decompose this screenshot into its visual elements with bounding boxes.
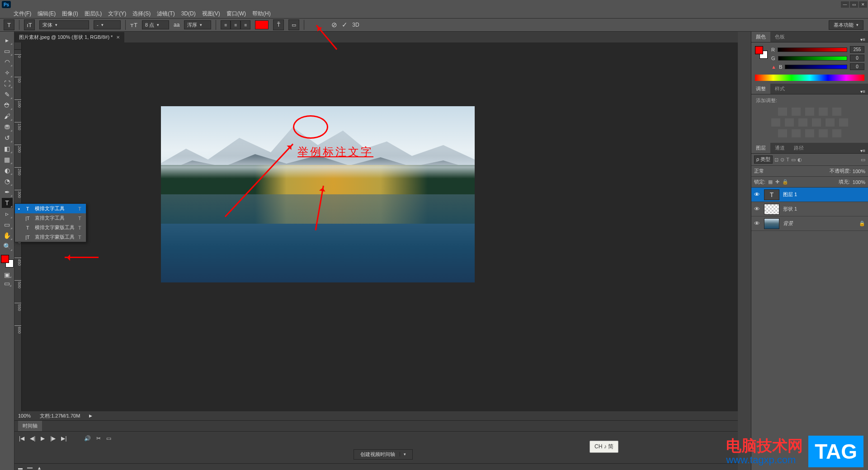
adj-posterize-icon[interactable] xyxy=(792,129,801,137)
adj-curves-icon[interactable] xyxy=(805,108,814,116)
timeline-transition-icon[interactable]: ▭ xyxy=(106,435,111,442)
timeline-first-frame-icon[interactable]: |◀ xyxy=(19,435,24,442)
layer-filter-kind[interactable]: ρ 类型 xyxy=(754,155,773,164)
marquee-tool-icon[interactable]: ▭ xyxy=(2,46,13,56)
timeline-tab[interactable]: 时间轴 xyxy=(18,421,42,431)
b-value[interactable]: 0 xyxy=(850,63,864,70)
foreground-color-swatch[interactable] xyxy=(1,255,9,263)
antialias-select[interactable]: 浑厚 xyxy=(184,20,211,29)
adj-invert-icon[interactable] xyxy=(778,129,787,137)
adj-gradient-map-icon[interactable] xyxy=(819,129,828,137)
lasso-tool-icon[interactable]: ◠ xyxy=(2,57,13,67)
dodge-tool-icon[interactable]: ◔ xyxy=(2,176,13,186)
align-right-button[interactable]: ≡ xyxy=(241,20,250,29)
tab-styles[interactable]: 样式 xyxy=(770,84,789,94)
lock-pixels-icon[interactable]: ▦ xyxy=(768,179,773,185)
warp-text-button[interactable]: T̃ xyxy=(273,19,284,30)
create-video-timeline-button[interactable]: 创建视频时间轴 xyxy=(354,449,413,460)
flyout-horizontal-type[interactable]: •T 横排文字工具 T xyxy=(15,204,86,213)
timeline-prev-frame-icon[interactable]: ◀| xyxy=(30,435,35,442)
layer-thumbnail[interactable]: T xyxy=(764,189,779,200)
layer-thumbnail[interactable] xyxy=(764,218,779,229)
adj-photo-filter-icon[interactable] xyxy=(812,118,821,127)
magic-wand-tool-icon[interactable]: ✧ xyxy=(2,68,13,78)
zoom-tool-icon[interactable]: 🔍 xyxy=(2,241,13,251)
workspace-switcher[interactable]: 基本功能 xyxy=(829,20,863,30)
g-value[interactable]: 0 xyxy=(850,55,864,61)
cancel-text-button[interactable]: ⊘ xyxy=(331,21,337,29)
text-color-swatch[interactable] xyxy=(255,20,269,29)
adj-bw-icon[interactable] xyxy=(798,118,807,127)
blur-tool-icon[interactable]: ◐ xyxy=(2,165,13,175)
g-slider[interactable] xyxy=(778,56,847,61)
tab-swatches[interactable]: 色板 xyxy=(770,32,789,42)
crop-tool-icon[interactable]: ⛶ xyxy=(2,79,13,89)
font-style-select[interactable]: - xyxy=(94,20,121,29)
window-close-button[interactable]: ✕ xyxy=(859,1,867,8)
font-family-select[interactable]: 宋体 xyxy=(39,20,89,29)
flyout-vertical-type[interactable]: |T 直排文字工具 T xyxy=(15,213,86,223)
window-restore-button[interactable]: ▭ xyxy=(850,1,858,8)
adj-threshold-icon[interactable] xyxy=(805,129,814,137)
menu-image[interactable]: 图像(I) xyxy=(62,10,78,18)
window-minimize-button[interactable]: — xyxy=(841,1,849,8)
3d-button[interactable]: 3D xyxy=(352,22,359,28)
gradient-tool-icon[interactable]: ▦ xyxy=(2,155,13,164)
adj-vibrance-icon[interactable] xyxy=(832,108,841,116)
flyout-vertical-type-mask[interactable]: |T 直排文字蒙版工具 T xyxy=(15,232,86,242)
panel-menu-icon[interactable]: ▾≡ xyxy=(858,37,868,42)
foreground-background-colors[interactable] xyxy=(1,255,14,268)
r-slider[interactable] xyxy=(778,47,847,52)
visibility-icon[interactable]: 👁 xyxy=(754,206,760,212)
flyout-horizontal-type-mask[interactable]: T 横排文字蒙版工具 T xyxy=(15,223,86,232)
tool-preset-button[interactable]: T xyxy=(4,19,14,30)
shape-tool-icon[interactable]: ▭ xyxy=(2,220,13,230)
timeline-next-frame-icon[interactable]: |▶ xyxy=(50,435,56,442)
timeline-zoom-slider[interactable]: ━━ xyxy=(27,465,33,470)
pen-tool-icon[interactable]: ✒ xyxy=(2,187,13,197)
canvas[interactable]: 举例标注文字 xyxy=(22,50,751,411)
eraser-tool-icon[interactable]: ◧ xyxy=(2,144,13,154)
tab-color[interactable]: 颜色 xyxy=(751,32,770,42)
stamp-tool-icon[interactable]: ⛃ xyxy=(2,122,13,132)
layer-name[interactable]: 图层 1 xyxy=(783,191,797,198)
tab-adjustments[interactable]: 调整 xyxy=(751,84,770,94)
brush-tool-icon[interactable]: 🖌 xyxy=(2,111,13,121)
quickmask-button[interactable]: ▣ xyxy=(3,271,12,278)
adj-lookup-icon[interactable] xyxy=(839,118,848,127)
layer-name[interactable]: 背景 xyxy=(783,220,793,227)
adj-hue-icon[interactable] xyxy=(771,118,780,127)
fill-value[interactable]: 100% xyxy=(853,179,865,185)
heal-tool-icon[interactable]: ⛑ xyxy=(2,100,13,110)
r-value[interactable]: 255 xyxy=(850,46,864,53)
menu-type[interactable]: 文字(Y) xyxy=(108,10,126,18)
menu-layer[interactable]: 图层(L) xyxy=(85,10,102,18)
lock-position-icon[interactable]: ✚ xyxy=(775,179,779,185)
menu-select[interactable]: 选择(S) xyxy=(132,10,151,18)
panel-fg-swatch[interactable] xyxy=(755,46,763,54)
commit-text-button[interactable]: ✓ xyxy=(342,21,348,29)
document-tab[interactable]: 图片素材.jpeg @ 100% (形状 1, RGB/8#) * ✕ xyxy=(14,32,124,42)
b-slider[interactable] xyxy=(785,65,847,69)
type-tool-icon[interactable]: T xyxy=(2,198,13,208)
layer-row[interactable]: 👁 形状 1 xyxy=(751,202,868,216)
timeline-zoom-in-icon[interactable]: ▲ xyxy=(37,465,42,470)
adj-brightness-icon[interactable] xyxy=(778,108,787,116)
timeline-zoom-out-icon[interactable]: ▬ xyxy=(18,465,23,470)
doc-size-info[interactable]: 文档:1.27M/1.70M xyxy=(40,413,80,419)
align-left-button[interactable]: ≡ xyxy=(221,20,231,29)
layer-thumbnail[interactable] xyxy=(764,204,779,215)
adj-balance-icon[interactable] xyxy=(785,118,794,127)
path-select-tool-icon[interactable]: ▹ xyxy=(2,209,13,219)
layer-row[interactable]: 👁 T 图层 1 xyxy=(751,188,868,202)
menu-view[interactable]: 视图(V) xyxy=(202,10,220,18)
tab-paths[interactable]: 路径 xyxy=(789,143,808,153)
menu-help[interactable]: 帮助(H) xyxy=(252,10,271,18)
font-size-select[interactable]: 8 点 xyxy=(142,20,169,29)
lock-all-icon[interactable]: 🔒 xyxy=(782,179,788,185)
adj-selective-color-icon[interactable] xyxy=(832,129,841,137)
hand-tool-icon[interactable]: ✋ xyxy=(2,230,13,240)
timeline-audio-icon[interactable]: 🔊 xyxy=(84,435,91,442)
menu-edit[interactable]: 编辑(E) xyxy=(38,10,56,18)
adj-levels-icon[interactable] xyxy=(792,108,801,116)
